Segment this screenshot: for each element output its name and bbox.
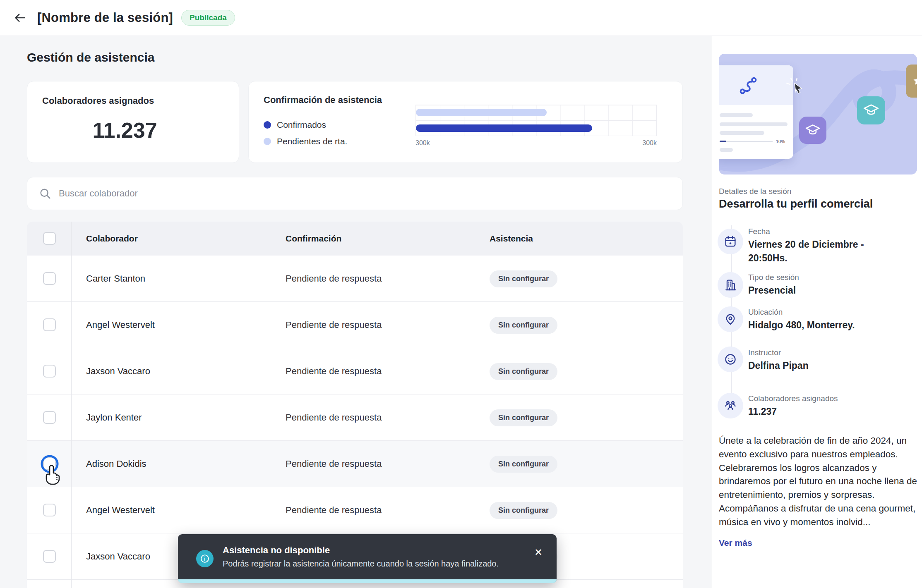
column-divider xyxy=(71,222,72,588)
graduation-cap-icon xyxy=(805,122,821,138)
detail-label: Ubicación xyxy=(748,308,783,317)
toast: Asistencia no disponible Podrás registra… xyxy=(178,534,557,583)
detail-item-ubicacion-chip xyxy=(718,306,743,332)
building-icon xyxy=(724,278,737,292)
assigned-collaborators-card: Colaboradores asignados 11.237 xyxy=(27,81,239,163)
mini-course-card: 10% xyxy=(719,65,793,159)
search-input[interactable] xyxy=(59,188,555,199)
table-row[interactable]: Angel Westervelt Pendiente de respuesta … xyxy=(27,487,683,533)
status-badge: Publicada xyxy=(181,10,235,26)
table-row[interactable]: Angel Westervelt Pendiente de respuesta … xyxy=(27,302,683,348)
attendance-cell: Sin configurar xyxy=(490,394,557,441)
session-details-panel: 10% xyxy=(712,36,922,588)
collaborator-name: Jaylon Kenter xyxy=(86,394,142,441)
legend-item-confirmados: Confirmados xyxy=(264,120,326,130)
attendance-cell: Sin configurar xyxy=(490,256,557,302)
smiley-icon xyxy=(724,353,737,366)
detail-item-instructor-chip xyxy=(718,347,743,372)
cursor-arrow-icon xyxy=(785,78,804,103)
row-checkbox[interactable] xyxy=(43,504,56,516)
attendance-cell: Sin configurar xyxy=(490,302,557,348)
collaborator-name: Angel Westervelt xyxy=(86,302,155,348)
row-checkbox[interactable] xyxy=(43,550,56,563)
row-checkbox[interactable] xyxy=(43,318,56,331)
row-checkbox[interactable] xyxy=(43,365,56,378)
row-checkbox[interactable] xyxy=(43,272,56,285)
table-row[interactable]: Carter Stanton Pendiente de respuesta Si… xyxy=(27,256,683,302)
toast-title: Asistencia no disponible xyxy=(223,545,330,556)
people-icon xyxy=(724,399,737,412)
collaborators-table: Colaborador Confirmación Asistencia Cart… xyxy=(27,222,683,588)
badge-chip-tan xyxy=(906,65,917,98)
attendance-cell: Sin configurar xyxy=(490,348,557,394)
row-checkbox[interactable] xyxy=(43,411,56,424)
card-value: 11.237 xyxy=(27,118,222,143)
col-header-confirmacion: Confirmación xyxy=(286,222,341,256)
attendance-cell: Sin configurar xyxy=(490,487,557,533)
back-button[interactable] xyxy=(12,10,28,26)
attendance-badge: Sin configurar xyxy=(490,363,557,380)
skeleton-line xyxy=(720,148,733,152)
page-title: [Nombre de la sesión] xyxy=(37,10,173,25)
toast-progress xyxy=(178,579,557,583)
detail-label: Instructor xyxy=(748,348,781,357)
chart-title: Confirmación de asistencia xyxy=(264,95,382,105)
detail-item-fecha-chip xyxy=(718,229,743,254)
progress-bar: 10% xyxy=(720,139,785,144)
legend-item-pendientes: Pendientes de rta. xyxy=(264,136,347,146)
select-all-checkbox[interactable] xyxy=(43,232,56,245)
table-body: Carter Stanton Pendiente de respuesta Si… xyxy=(27,256,683,580)
session-description: Únete a la celebración de fin de año 202… xyxy=(719,434,921,529)
top-bar: [Nombre de la sesión] Publicada xyxy=(0,0,922,36)
bar-chart xyxy=(415,105,657,136)
col-header-colaborador: Colaborador xyxy=(86,222,138,256)
session-title: Desarrolla tu perfil comercial xyxy=(719,198,873,210)
legend-dot-confirmados-icon xyxy=(264,121,271,129)
legend-label: Confirmados xyxy=(277,120,326,130)
card-label: Colaboradores asignados xyxy=(42,96,154,106)
detail-item-tipo-chip xyxy=(718,272,743,298)
attendance-cell: Sin configurar xyxy=(490,441,557,487)
attendance-badge: Sin configurar xyxy=(490,409,557,426)
collaborator-name: Jaxson Vaccaro xyxy=(86,533,150,580)
skeleton-line xyxy=(720,113,753,117)
collaborator-name: Adison Dokidis xyxy=(86,441,146,487)
toast-close-button[interactable]: ✕ xyxy=(534,547,543,557)
table-row[interactable]: Adison Dokidis Pendiente de respuesta Si… xyxy=(27,441,683,487)
confirmation-status: Pendiente de respuesta xyxy=(286,394,382,441)
collaborator-name: Jaxson Vaccaro xyxy=(86,348,150,394)
bar-confirmados xyxy=(416,124,592,132)
see-more-link[interactable]: Ver más xyxy=(719,538,752,548)
calendar-icon xyxy=(724,235,737,248)
detail-value: Hidalgo 480, Monterrey. xyxy=(748,318,885,332)
attendance-management-page: [Nombre de la sesión] Publicada Gestión … xyxy=(0,0,922,588)
collaborator-name: Carter Stanton xyxy=(86,256,145,302)
detail-item-colaboradores-chip xyxy=(718,393,743,418)
table-row[interactable]: Jaxson Vaccaro Pendiente de respuesta Si… xyxy=(27,348,683,394)
table-header: Colaborador Confirmación Asistencia xyxy=(27,222,683,256)
bar-pendientes xyxy=(416,109,547,116)
legend-dot-pendientes-icon xyxy=(264,138,271,145)
skeleton-line xyxy=(720,122,788,126)
search-bar xyxy=(27,177,683,210)
attendance-badge: Sin configurar xyxy=(490,270,557,287)
confirmation-card: Confirmación de asistencia Confirmados P… xyxy=(248,81,683,163)
legend-label: Pendientes de rta. xyxy=(277,136,347,146)
section-title: Gestión de asistencia xyxy=(27,50,154,65)
detail-value: Delfina Pipan xyxy=(748,359,885,373)
confirmation-status: Pendiente de respuesta xyxy=(286,441,382,487)
axis-label-right: 300k xyxy=(415,139,657,147)
detail-label: Tipo de sesión xyxy=(748,273,799,282)
toast-message: Podrás registrar la asistencia únicament… xyxy=(223,559,499,569)
table-row[interactable]: Jaylon Kenter Pendiente de respuesta Sin… xyxy=(27,394,683,441)
attendance-badge: Sin configurar xyxy=(490,317,557,334)
progress-track xyxy=(726,141,773,142)
col-header-asistencia: Asistencia xyxy=(490,222,533,256)
details-section-label: Detalles de la sesión xyxy=(719,187,791,196)
confirmation-status: Pendiente de respuesta xyxy=(286,256,382,302)
location-pin-icon xyxy=(724,313,737,326)
cursor-click-icon xyxy=(36,453,68,489)
graduation-cap-icon xyxy=(863,102,879,119)
detail-label: Fecha xyxy=(748,227,770,236)
skeleton-line xyxy=(720,131,764,135)
